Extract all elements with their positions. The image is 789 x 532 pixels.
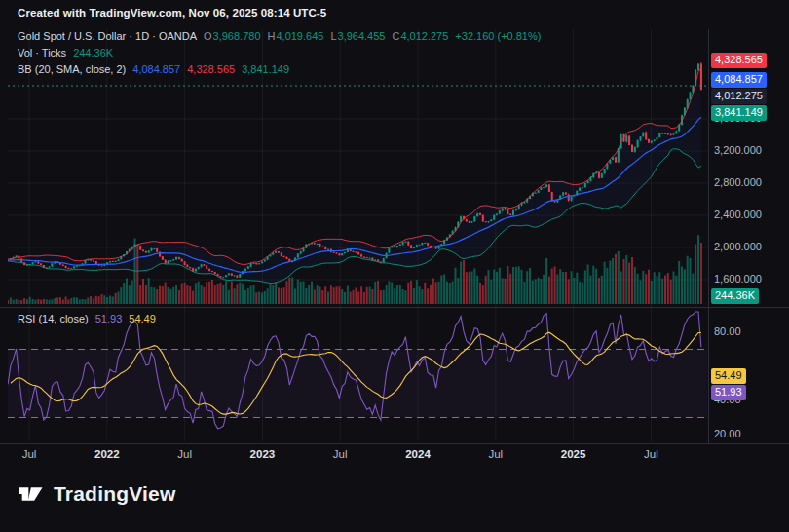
close-label: C [392, 30, 399, 42]
rsi-ma-value: 54.49 [129, 313, 156, 324]
bollinger-legend-row[interactable]: BB (20, SMA, close, 2) 4,084.857 4,328.5… [18, 63, 289, 75]
rsi-label: RSI (14, close) [18, 313, 89, 324]
volume-legend-row[interactable]: Vol · Ticks 244.36K [18, 47, 113, 58]
volume-label: Vol · Ticks [18, 47, 66, 58]
brand-name[interactable]: TradingView [54, 482, 176, 506]
low-field: L3,964.455 [330, 30, 385, 42]
bb-upper-value: 4,328.565 [187, 63, 235, 75]
price-tick-label: 2,800.000 [714, 176, 762, 188]
low-value: 3,964.455 [338, 30, 386, 42]
price-tick-label: 2,000.000 [714, 241, 762, 252]
price-tick-label: 2,400.000 [714, 209, 762, 220]
rsi-tick-label: 20.00 [714, 428, 741, 439]
close-value: 4,012.275 [400, 30, 448, 42]
tradingview-logo-icon[interactable] [16, 479, 45, 509]
close-field: C4,012.275 [392, 30, 448, 42]
bb-basis-badge: 4,084.857 [711, 72, 767, 88]
chart-canvas[interactable] [0, 0, 789, 532]
low-label: L [330, 30, 336, 42]
tradingview-chart-page: Created with TradingView.com, Nov 06, 20… [0, 0, 789, 532]
symbol-legend-row[interactable]: Gold Spot / U.S. Dollar · 1D · OANDA O3,… [18, 30, 541, 42]
price-scale[interactable]: 3,600.0003,200.0002,800.0002,400.0002,00… [709, 0, 789, 532]
bb-basis-value: 4,084.857 [132, 63, 180, 75]
rsi-value: 51.93 [95, 313, 123, 324]
open-field: O3,968.780 [204, 30, 261, 42]
footer-branding: TradingView [16, 479, 176, 509]
high-value: 4,019.645 [276, 30, 323, 42]
price-tick-label: 3,200.000 [714, 144, 762, 156]
bb-lower-badge: 3,841.149 [711, 105, 767, 121]
volume-value: 244.36K [73, 47, 113, 58]
attribution-text: Created with TradingView.com, Nov 06, 20… [18, 7, 326, 19]
high-label: H [268, 30, 276, 42]
bb-lower-value: 3,841.149 [242, 63, 289, 75]
symbol-title: Gold Spot / U.S. Dollar · 1D · OANDA [18, 30, 197, 42]
rsi-legend-row[interactable]: RSI (14, close) 51.93 54.49 [18, 313, 156, 324]
bb-upper-badge: 4,328.565 [711, 53, 767, 68]
volume-badge: 244.36K [711, 288, 759, 304]
open-value: 3,968.780 [213, 30, 261, 42]
rsi-value-badge: 51.93 [711, 385, 746, 400]
last-price-badge: 4,012.275 [711, 89, 767, 104]
price-tick-label: 1,600.000 [714, 273, 762, 285]
open-label: O [204, 30, 212, 42]
high-field: H4,019.645 [268, 30, 324, 42]
change-value: +32.160 (+0.81%) [455, 30, 541, 42]
rsi-tick-label: 80.00 [714, 325, 741, 337]
rsi-ma-badge: 54.49 [711, 368, 746, 384]
bb-label: BB (20, SMA, close, 2) [18, 63, 126, 75]
